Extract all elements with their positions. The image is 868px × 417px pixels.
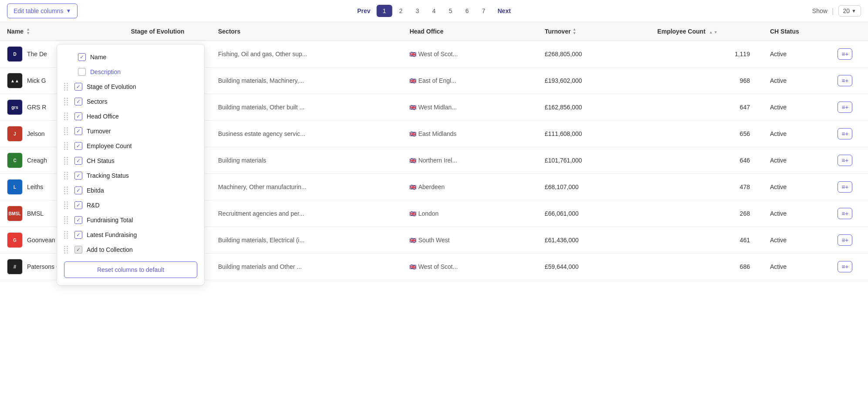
table-cell-ch-status: Active (763, 200, 831, 227)
checkbox-latestfund[interactable]: ✓ (74, 231, 82, 239)
page-5-button[interactable]: 5 (443, 5, 459, 17)
dropdown-item-chstatus[interactable]: ✓ CH Status (57, 153, 204, 168)
th-name: Name ▲▼ (0, 22, 124, 41)
company-logo: ▲▲ (7, 73, 23, 88)
chevron-down-icon-show: ▼ (851, 8, 856, 14)
checkbox-sectors[interactable]: ✓ (74, 98, 82, 105)
row-action-button[interactable]: ≡+ (838, 128, 852, 139)
table-cell-action: ≡+ (831, 254, 868, 280)
dropdown-item-ebitda[interactable]: ✓ Ebitda (57, 183, 204, 198)
main-area: Name ▲▼ Stage of Evolution Sectors Head (0, 22, 868, 280)
table-cell-action: ≡+ (831, 200, 868, 227)
show-label: Show (812, 7, 827, 14)
dropdown-label-headoffice: Head Office (87, 113, 119, 120)
dropdown-item-stage[interactable]: ✓ Stage of Evolution (57, 79, 204, 94)
checkbox-description[interactable] (78, 68, 86, 76)
dropdown-item-fundraising[interactable]: ✓ Fundraising Total (57, 213, 204, 227)
dropdown-label-latestfund: Latest Fundraising (87, 231, 137, 238)
checkbox-chstatus[interactable]: ✓ (74, 157, 82, 165)
table-cell-action: ≡+ (831, 174, 868, 200)
checkbox-stage[interactable]: ✓ (74, 83, 82, 91)
checkbox-headoffice[interactable]: ✓ (74, 112, 82, 120)
dropdown-label-chstatus: CH Status (87, 157, 115, 164)
employee-sort-arrows[interactable]: ▲▼ (709, 31, 718, 34)
th-turnover: Turnover ▲▼ (538, 22, 651, 41)
table-cell-turnover: £111,608,000 (538, 121, 651, 147)
table-cell-action: ≡+ (831, 41, 868, 68)
show-section: Show | 20 ▼ (812, 5, 861, 17)
chevron-down-icon: ▼ (66, 8, 71, 14)
row-action-button[interactable]: ≡+ (838, 75, 852, 86)
company-name: BMSL (27, 210, 44, 217)
dropdown-item-employeecount[interactable]: ✓ Employee Count (57, 139, 204, 153)
table-cell-turnover: £61,436,000 (538, 227, 651, 254)
checkbox-employeecount[interactable]: ✓ (74, 142, 82, 150)
table-cell-turnover: £101,761,000 (538, 147, 651, 174)
page-3-button[interactable]: 3 (410, 5, 426, 17)
column-dropdown: ✓ Name Description ✓ Stage of Evolution … (57, 44, 205, 285)
drag-handle (64, 112, 68, 120)
flag-icon: 🇬🇧 (409, 51, 416, 58)
table-cell-turnover: £68,107,000 (538, 174, 651, 200)
next-button[interactable]: Next (493, 5, 516, 17)
table-cell-action: ≡+ (831, 121, 868, 147)
checkbox-fundraising[interactable]: ✓ (74, 216, 82, 224)
row-action-button[interactable]: ≡+ (838, 234, 852, 246)
drag-handle (64, 216, 68, 224)
table-cell-employee-count: 656 (650, 121, 763, 147)
dropdown-item-rd[interactable]: ✓ R&D (57, 198, 204, 213)
company-name: Jelson (27, 130, 44, 137)
table-cell-sectors: Machinery, Other manufacturin... (211, 174, 403, 200)
table-cell-employee-count: 1,119 (650, 41, 763, 68)
page-4-button[interactable]: 4 (426, 5, 442, 17)
checkbox-rd[interactable]: ✓ (74, 201, 82, 209)
dropdown-item-sectors[interactable]: ✓ Sectors (57, 94, 204, 109)
dropdown-item-latestfund[interactable]: ✓ Latest Fundraising (57, 227, 204, 242)
table-cell-turnover: £66,061,000 (538, 200, 651, 227)
dropdown-label-ebitda: Ebitda (87, 187, 104, 194)
page-1-button[interactable]: 1 (377, 5, 392, 17)
reset-columns-button[interactable]: Reset columns to default (64, 261, 197, 278)
row-action-button[interactable]: ≡+ (838, 181, 852, 193)
row-action-button[interactable]: ≡+ (838, 155, 852, 166)
checkbox-name[interactable]: ✓ (78, 53, 86, 61)
flag-icon: 🇬🇧 (409, 78, 416, 84)
table-cell-sectors: Fishing, Oil and gas, Other sup... (211, 41, 403, 68)
dropdown-item-name[interactable]: ✓ Name (57, 50, 204, 64)
flag-icon: 🇬🇧 (409, 157, 416, 164)
pagination-bar: Edit table columns ▼ Prev 1 2 3 4 5 6 7 … (0, 0, 868, 22)
page-2-button[interactable]: 2 (393, 5, 409, 17)
th-ch-status: CH Status (763, 22, 831, 41)
show-count-select[interactable]: 20 ▼ (838, 5, 861, 17)
checkbox-ebitda[interactable]: ✓ (74, 186, 82, 194)
checkbox-turnover[interactable]: ✓ (74, 127, 82, 135)
table-cell-ch-status: Active (763, 94, 831, 121)
dropdown-item-trackingstatus[interactable]: ✓ Tracking Status (57, 168, 204, 183)
table-cell-head-office: 🇬🇧Aberdeen (402, 174, 537, 200)
drag-handle (64, 186, 68, 194)
dropdown-label-addcollection: Add to Collection (87, 246, 133, 253)
dropdown-item-headoffice[interactable]: ✓ Head Office (57, 109, 204, 124)
checkbox-trackingstatus[interactable]: ✓ (74, 172, 82, 180)
table-cell-sectors: Recruitment agencies and per... (211, 200, 403, 227)
edit-table-button[interactable]: Edit table columns ▼ (7, 3, 78, 18)
dropdown-item-addcollection[interactable]: ✓ Add to Collection (57, 242, 204, 257)
turnover-sort-arrows[interactable]: ▲▼ (572, 27, 576, 35)
table-cell-head-office: 🇬🇧East of Engl... (402, 68, 537, 94)
drag-handle (64, 246, 68, 254)
name-sort-arrows[interactable]: ▲▼ (26, 27, 30, 35)
checkbox-addcollection[interactable]: ✓ (74, 246, 82, 254)
row-action-button[interactable]: ≡+ (838, 208, 852, 219)
row-action-button[interactable]: ≡+ (838, 48, 852, 60)
table-cell-sectors: Building materials and Other ... (211, 254, 403, 280)
page-6-button[interactable]: 6 (459, 5, 475, 17)
row-action-button[interactable]: ≡+ (838, 102, 852, 113)
company-name: Goonvean (27, 237, 55, 244)
table-cell-ch-status: Active (763, 147, 831, 174)
dropdown-item-description[interactable]: Description (57, 64, 204, 79)
dropdown-item-turnover[interactable]: ✓ Turnover (57, 124, 204, 139)
prev-button[interactable]: Prev (352, 5, 375, 17)
page-7-button[interactable]: 7 (476, 5, 492, 17)
row-action-button[interactable]: ≡+ (838, 261, 852, 272)
dropdown-label-name: Name (90, 54, 106, 61)
